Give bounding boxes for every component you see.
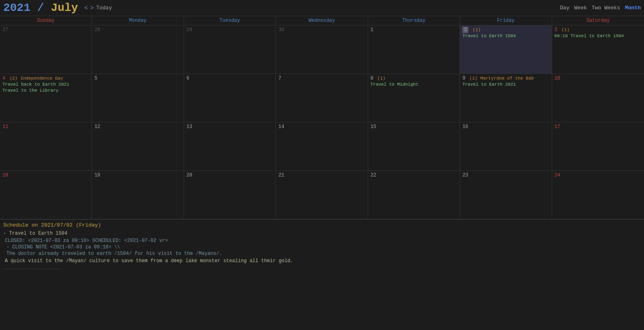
calendar-grid: 27 28 29 30 1 2 (1) Travel to Earth 1504… (0, 25, 644, 219)
calendar-cell-jul1[interactable]: 1 (368, 25, 460, 74)
badi-number: (1) (473, 27, 481, 32)
calendar-cell-jul11[interactable]: 11 (0, 122, 92, 171)
day-number: 17 (555, 124, 560, 130)
schedule-title: Schedule on 2021/07/02 (Friday) (3, 222, 641, 228)
nav-controls: < > Today (85, 5, 112, 11)
day-number: 8 (371, 76, 373, 81)
day-number: 18 (2, 172, 8, 178)
day-number: 2 (462, 27, 468, 33)
schedule-description: A quick visit to the /Mayan/ culture to … (5, 258, 641, 264)
calendar-cell-jul5[interactable]: 5 (92, 74, 184, 122)
day-header-monday: Monday (92, 16, 184, 25)
day-number: 15 (371, 124, 376, 130)
day-header-sunday: Sunday (0, 16, 92, 25)
day-number: 3 (555, 27, 557, 33)
day-number: 13 (186, 124, 192, 130)
day-number: 28 (94, 27, 100, 33)
calendar-cell-jun29[interactable]: 29 (184, 25, 276, 74)
view-switcher: Day Week Two Weeks Month (560, 5, 641, 11)
holiday-martyrdom: Martyrdom of the Báb (481, 76, 534, 81)
calendar-cell-jul10[interactable]: 10 (552, 74, 644, 122)
day-number: 1 (371, 27, 373, 33)
calendar-cell-jul16[interactable]: 16 (460, 122, 552, 171)
calendar-cell-jul21[interactable]: 21 (276, 171, 368, 219)
day-number: 22 (371, 172, 376, 178)
day-header-tuesday: Tuesday (184, 16, 276, 25)
calendar-cell-jul12[interactable]: 12 (92, 122, 184, 171)
event-travel-earth-1504-jul2[interactable]: Travel to Earth 1504 (462, 33, 549, 39)
calendar-cell-jul22[interactable]: 22 (368, 171, 460, 219)
calendar-cell-jul9[interactable]: 9 (1) Martyrdom of the Báb Travel to Ear… (460, 74, 552, 122)
event-travel-library-jul4[interactable]: Travel to the Library (2, 88, 89, 93)
day-number: 9 (462, 76, 465, 81)
event-travel-midnight-jul8[interactable]: Travel to Midnight (371, 82, 457, 87)
calendar-cell-jul23[interactable]: 23 (460, 171, 552, 219)
day-number: 23 (462, 172, 468, 178)
event-travel-back-jul4[interactable]: Travel back to Earth 2021 (2, 82, 89, 87)
slash-label: / (30, 2, 51, 14)
badi-number: (2) (9, 76, 17, 81)
day-number: 20 (186, 172, 192, 178)
holiday-label: Independence Day (20, 76, 63, 81)
day-number: 27 (2, 27, 8, 33)
day-number: 4 (2, 76, 5, 81)
calendar-header: 2021 / July < > Today Day Week Two Weeks… (0, 0, 644, 16)
event-travel-earth-2021-jul9[interactable]: Travel to Earth 2021 (462, 82, 549, 87)
calendar-cell-jul15[interactable]: 15 (368, 122, 460, 171)
calendar-cell-jul14[interactable]: 14 (276, 122, 368, 171)
view-week-button[interactable]: Week (574, 5, 587, 11)
calendar-cell-jul13[interactable]: 13 (184, 122, 276, 171)
schedule-divider: -------------------- (3, 266, 641, 272)
calendar-title: 2021 / July (3, 2, 78, 14)
schedule-item-title: - Travel to Earth 1504 (3, 231, 641, 236)
next-button[interactable]: > (90, 5, 93, 11)
calendar-cell-jul8[interactable]: 8 (1) Travel to Midnight (368, 74, 460, 122)
calendar-cell-jun28[interactable]: 28 (92, 25, 184, 74)
view-day-button[interactable]: Day (560, 5, 569, 11)
year-label: 2021 (3, 2, 30, 14)
badi-number: (1) (561, 27, 570, 32)
day-number: 16 (462, 124, 468, 130)
day-header-saturday: Saturday (552, 16, 644, 25)
calendar-cell-jul20[interactable]: 20 (184, 171, 276, 219)
calendar-cell-jul4[interactable]: 4 (2) Independence Day Travel back to Ea… (0, 74, 92, 122)
day-number: 24 (555, 172, 560, 178)
day-number: 14 (278, 124, 284, 130)
day-number: 30 (278, 27, 284, 33)
day-number: 12 (94, 124, 100, 130)
event-travel-earth-1504-jul3[interactable]: 09:18 Travel to Earth 1504 (555, 33, 642, 39)
calendar-cell-jul19[interactable]: 19 (92, 171, 184, 219)
schedule-closing-note-label: - CLOSING NOTE <2021-07-03 za 09:18> \\ (6, 244, 641, 250)
view-twoweeks-button[interactable]: Two Weeks (592, 5, 620, 11)
calendar-cell-jul24[interactable]: 24 (552, 171, 644, 219)
day-number: 19 (94, 172, 100, 178)
day-number: 6 (186, 76, 189, 81)
month-label: July (51, 2, 78, 14)
today-button[interactable]: Today (96, 5, 112, 11)
day-header-wednesday: Wednesday (276, 16, 368, 25)
day-header-thursday: Thursday (368, 16, 460, 25)
calendar-cell-jul17[interactable]: 17 (552, 122, 644, 171)
schedule-day: (Friday) (76, 222, 101, 228)
calendar-cell-jul7[interactable]: 7 (276, 74, 368, 122)
badi-number: (1) (377, 76, 386, 81)
calendar-cell-jun30[interactable]: 30 (276, 25, 368, 74)
calendar-cell-jul18[interactable]: 18 (0, 171, 92, 219)
schedule-panel: Schedule on 2021/07/02 (Friday) - Travel… (0, 219, 644, 274)
day-header-friday: Friday (460, 16, 552, 25)
day-number: 7 (278, 76, 281, 81)
calendar-cell-jul2[interactable]: 2 (1) Travel to Earth 1504 (460, 25, 552, 74)
prev-button[interactable]: < (85, 5, 88, 11)
badi-number: (1) (470, 76, 478, 81)
calendar-cell-jun27[interactable]: 27 (0, 25, 92, 74)
day-number: 21 (278, 172, 284, 178)
day-headers-row: Sunday Monday Tuesday Wednesday Thursday… (0, 16, 644, 25)
calendar-cell-jul6[interactable]: 6 (184, 74, 276, 122)
view-month-button[interactable]: Month (625, 5, 641, 11)
day-number: 29 (186, 27, 192, 33)
schedule-closing-note-line1: The doctor already traveled to earth /15… (6, 251, 641, 256)
schedule-meta-closed: CLOSED: <2021-07-03 za 09:18> SCHEDULED:… (5, 238, 641, 244)
day-number: 10 (555, 76, 560, 81)
calendar-cell-jul3[interactable]: 3 (1) 09:18 Travel to Earth 1504 (552, 25, 644, 74)
schedule-date: Schedule on 2021/07/02 (3, 222, 76, 228)
